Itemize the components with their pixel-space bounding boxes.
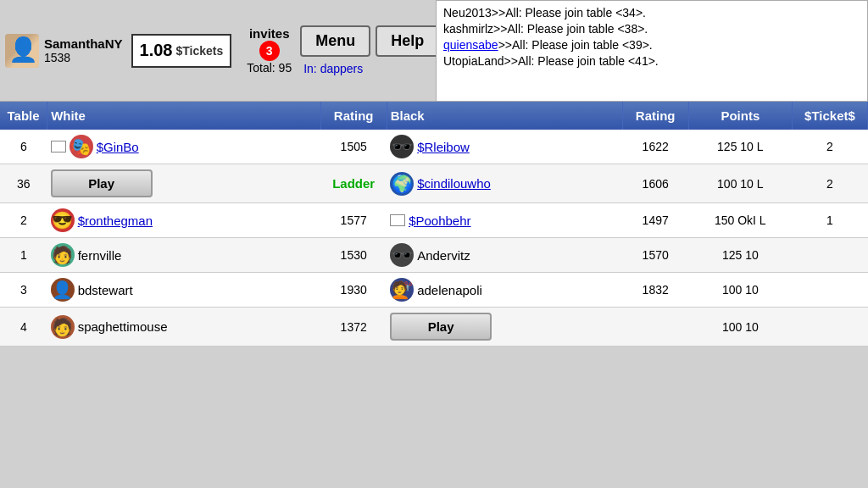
black-avatar: 🕶️ xyxy=(390,135,414,158)
cell-black-rating: 1622 xyxy=(622,130,688,164)
tickets-value: 1.08 xyxy=(140,41,173,60)
cell-black-rating: 1570 xyxy=(622,238,688,273)
buttons-block: Menu Help xyxy=(300,25,439,57)
cell-points: 150 OkI L xyxy=(688,203,792,238)
white-avatar: 😎 xyxy=(51,208,75,232)
cell-table-num: 4 xyxy=(0,308,47,347)
cell-black-player: 🌍 $cindilouwho xyxy=(387,164,622,203)
cell-black-player: 🕶️ Andervitz xyxy=(387,238,622,273)
black-name: adelenapoli xyxy=(417,283,482,297)
cell-tickets: 2 xyxy=(793,164,868,203)
table-row: 3 👤 bdstewart 1930 💇 adelenapoli 1832 10… xyxy=(0,273,868,308)
table-row: 2 😎 $ronthegman 1577 $Poohbehr 1497 150 … xyxy=(0,203,868,238)
white-avatar: 🎭 xyxy=(70,135,93,158)
chat-line-3: quiensabe>>All: Please join table <39>. xyxy=(443,38,860,52)
invites-total: Total: 95 xyxy=(247,61,292,75)
cell-tickets: 2 xyxy=(793,130,868,164)
header-rating-black: Rating xyxy=(622,102,688,130)
black-flag xyxy=(390,214,405,226)
cell-tickets: 1 xyxy=(793,203,868,238)
cell-white-player: 😎 $ronthegman xyxy=(47,203,321,238)
user-id: 1538 xyxy=(44,51,123,64)
white-play-button[interactable]: Play xyxy=(51,169,153,197)
in-dappers-label: In: dappers xyxy=(303,62,363,75)
white-name: fernville xyxy=(78,248,122,263)
cell-table-num: 6 xyxy=(0,130,47,164)
white-avatar: 🧑 xyxy=(51,243,75,267)
header: SamanthaNY 1538 1.08 $Tickets invites 3 … xyxy=(0,0,868,102)
cell-tickets xyxy=(793,308,868,347)
white-flag xyxy=(51,141,66,152)
header-black: Black xyxy=(387,102,622,130)
black-avatar: 🌍 xyxy=(390,172,414,196)
header-white: White xyxy=(47,102,321,130)
games-table: Table White Rating Black Rating Points $… xyxy=(0,102,868,347)
cell-white-rating: 1577 xyxy=(320,203,387,238)
white-name-link[interactable]: $ronthegman xyxy=(78,214,153,228)
table-row: 6 🎭 $GinBo 1505 🕶️ $Rleibow 1622 xyxy=(0,130,868,164)
table-header-row: Table White Rating Black Rating Points $… xyxy=(0,102,868,130)
menu-button[interactable]: Menu xyxy=(300,25,370,57)
cell-white-rating: 1930 xyxy=(320,273,387,308)
cell-table-num: 1 xyxy=(0,238,47,273)
cell-black-player: $Poohbehr xyxy=(387,203,622,238)
black-name-link[interactable]: $cindilouwho xyxy=(417,176,491,191)
cell-points: 100 10 xyxy=(688,273,792,308)
header-points: Points xyxy=(688,102,792,130)
cell-white-play: Play xyxy=(47,164,321,203)
cell-tickets xyxy=(793,238,868,273)
chat-line-4: UtopiaLand>>All: Please join table <41>. xyxy=(443,54,860,68)
help-button[interactable]: Help xyxy=(376,25,439,57)
cell-table-num: 2 xyxy=(0,203,47,238)
black-avatar: 🕶️ xyxy=(390,243,414,267)
chat-link-quiensabe[interactable]: quiensabe xyxy=(443,38,498,52)
cell-black-rating: 1832 xyxy=(622,273,688,308)
header-rating-white: Rating xyxy=(320,102,387,130)
ladder-label: Ladder xyxy=(332,176,375,191)
chat-line-2: kashmirlz>>All: Please join table <38>. xyxy=(443,22,860,36)
invites-badge[interactable]: 3 xyxy=(259,41,280,61)
cell-table-num: 36 xyxy=(0,164,47,203)
cell-white-player: 👤 bdstewart xyxy=(47,273,321,308)
tickets-label: $Tickets xyxy=(175,44,223,58)
table-row: 4 🧑 spaghettimouse 1372 Play 100 10 xyxy=(0,308,868,347)
cell-points: 125 10 L xyxy=(688,130,792,164)
cell-white-player: 🧑 fernville xyxy=(47,238,321,273)
black-name-link[interactable]: $Rleibow xyxy=(417,140,470,154)
username: SamanthaNY xyxy=(44,36,123,51)
white-name: spaghettimouse xyxy=(78,319,168,334)
table-row: 1 🧑 fernville 1530 🕶️ Andervitz 1570 125… xyxy=(0,238,868,273)
cell-white-rating: 1505 xyxy=(320,130,387,164)
cell-black-player: 🕶️ $Rleibow xyxy=(387,130,622,164)
chat-box: Neu2013>>All: Please join table <34>. ka… xyxy=(436,0,868,102)
username-block: SamanthaNY 1538 xyxy=(44,36,123,64)
header-table: Table xyxy=(0,102,47,130)
user-info-block: SamanthaNY 1538 xyxy=(5,34,123,68)
cell-black-rating: 1606 xyxy=(622,164,688,203)
cell-white-player: 🧑 spaghettimouse xyxy=(47,308,321,347)
table-container: Table White Rating Black Rating Points $… xyxy=(0,102,868,488)
white-avatar: 🧑 xyxy=(51,315,75,339)
white-name: bdstewart xyxy=(78,283,133,297)
tickets-block: 1.08 $Tickets xyxy=(131,34,232,68)
black-avatar: 💇 xyxy=(390,278,414,302)
table-row: 36 Play Ladder 🌍 $cindilouwho 1606 100 1… xyxy=(0,164,868,203)
white-avatar: 👤 xyxy=(51,278,75,302)
cell-points: 100 10 L xyxy=(688,164,792,203)
cell-white-player: 🎭 $GinBo xyxy=(47,130,321,164)
cell-tickets xyxy=(793,273,868,308)
cell-black-player: 💇 adelenapoli xyxy=(387,273,622,308)
cell-black-play: Play xyxy=(387,308,622,347)
black-play-button[interactable]: Play xyxy=(390,313,492,341)
cell-points: 100 10 xyxy=(688,308,792,347)
cell-white-rating: 1372 xyxy=(320,308,387,347)
cell-white-rating: 1530 xyxy=(320,238,387,273)
white-name-link[interactable]: $GinBo xyxy=(97,140,139,154)
invites-label: invites xyxy=(249,26,290,41)
cell-black-rating xyxy=(622,308,688,347)
invites-block: invites 3 Total: 95 xyxy=(247,26,292,75)
black-name: Andervitz xyxy=(417,248,470,263)
cell-black-rating: 1497 xyxy=(622,203,688,238)
black-name-link[interactable]: $Poohbehr xyxy=(409,214,470,228)
cell-table-num: 3 xyxy=(0,273,47,308)
